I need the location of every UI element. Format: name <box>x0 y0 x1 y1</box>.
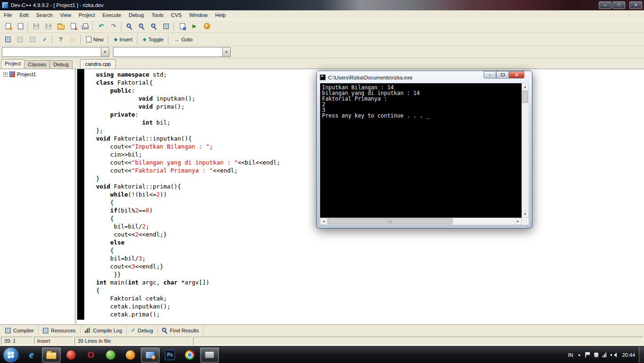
volume-icon[interactable] <box>611 353 616 357</box>
tab-debug-bottom[interactable]: ✓ Debug <box>127 325 158 336</box>
syntax-check-button[interactable]: ✓ <box>39 34 51 45</box>
new-member-variable-button[interactable] <box>26 34 39 45</box>
console-output[interactable]: Inputkan Bilangan : 14bilangan yang di i… <box>320 83 522 218</box>
horizontal-scroll-thumb[interactable] <box>328 218 452 224</box>
find-in-files-button[interactable] <box>148 21 160 32</box>
open-folder-icon <box>57 25 64 30</box>
new-member-function-button[interactable] <box>14 34 26 45</box>
opera-icon: O <box>88 350 95 360</box>
menu-file[interactable]: File <box>0 11 16 19</box>
class-browser-combobox[interactable]: ▼ <box>113 47 231 57</box>
tab-project[interactable]: Project <box>1 59 24 68</box>
taskbar-explorer-button[interactable] <box>42 347 61 363</box>
replace-button[interactable] <box>136 21 148 32</box>
compile-button[interactable] <box>176 21 188 32</box>
scroll-right-icon[interactable]: ► <box>515 218 522 225</box>
scroll-up-icon[interactable]: ▲ <box>522 83 529 90</box>
taskbar-orange-app-button[interactable] <box>121 347 140 363</box>
menu-window[interactable]: Window <box>185 11 211 19</box>
specials-insert-icon: ◆ <box>114 37 118 42</box>
specials-goto-button[interactable]: → Goto <box>170 34 196 45</box>
tab-resources[interactable]: Resources <box>39 325 80 336</box>
taskbar-ie-button[interactable]: e <box>22 347 41 363</box>
menu-cvs[interactable]: CVS <box>167 11 185 19</box>
devcpp-app-icon <box>2 2 8 8</box>
tree-expand-icon[interactable]: + <box>3 72 8 77</box>
security-shield-icon[interactable] <box>594 353 598 357</box>
print-button[interactable] <box>79 21 91 32</box>
compile-icon <box>180 23 185 29</box>
specials-toggle-button[interactable]: ◆ Toggle <box>139 34 167 45</box>
tab-compiler[interactable]: Compiler <box>1 325 39 336</box>
resize-grip[interactable] <box>527 223 531 227</box>
console-maximize-button[interactable] <box>496 71 509 79</box>
new-source-button[interactable] <box>14 21 26 32</box>
menu-edit[interactable]: Edit <box>16 11 32 19</box>
console-vertical-scrollbar[interactable]: ▲ ▼ <box>522 83 529 218</box>
scroll-left-icon[interactable]: ◄ <box>320 218 327 225</box>
photoshop-icon: Ps <box>165 350 175 360</box>
compiler-config-dropdown-icon[interactable]: ▼ <box>101 47 109 56</box>
menu-view[interactable]: View <box>56 11 75 19</box>
maximize-button[interactable]: □ <box>612 1 625 9</box>
taskbar-red-app-button[interactable] <box>62 347 80 363</box>
menu-search[interactable]: Search <box>32 11 56 19</box>
project-tree-node[interactable]: + Project1 <box>0 69 75 77</box>
new-class-button[interactable] <box>2 34 14 45</box>
console-horizontal-scrollbar[interactable]: ◄ ► <box>320 218 522 225</box>
new-project-button[interactable] <box>2 21 14 32</box>
editor-tab-candra-cpp[interactable]: candra.cpp <box>80 59 116 69</box>
console-client-area: Inputkan Bilangan : 14bilangan yang di i… <box>320 83 529 225</box>
toolbar-separator <box>28 22 29 31</box>
taskbar-photoshop-button[interactable]: Ps <box>161 347 179 363</box>
tab-classes[interactable]: Classes <box>24 60 50 69</box>
vertical-scroll-thumb[interactable] <box>522 91 528 103</box>
goto-line-button[interactable] <box>160 21 172 32</box>
tab-find-results[interactable]: Find Results <box>158 325 203 336</box>
scroll-down-icon[interactable]: ▼ <box>522 211 529 218</box>
compiler-config-combobox[interactable]: ▼ <box>2 47 109 57</box>
menu-project[interactable]: Project <box>75 11 98 19</box>
taskbar-clock[interactable]: 20:44 <box>621 352 639 358</box>
toolbar-separator <box>52 35 53 44</box>
language-indicator[interactable]: IN <box>568 352 573 358</box>
run-button[interactable]: ▶ <box>188 21 201 32</box>
tab-debug[interactable]: Debug <box>49 60 72 69</box>
console-line: Press any key to continue . . . _ <box>322 113 522 118</box>
menu-debug[interactable]: Debug <box>125 11 147 19</box>
console-minimize-button[interactable]: – <box>483 71 496 79</box>
show-desktop-button[interactable] <box>639 347 644 363</box>
menu-execute[interactable]: Execute <box>98 11 125 19</box>
network-icon[interactable] <box>603 353 606 357</box>
about-button[interactable]: ☺ <box>67 34 79 45</box>
redo-icon: ↷ <box>111 23 116 29</box>
action-center-flag-icon[interactable] <box>585 352 590 357</box>
save-all-button[interactable] <box>42 21 55 32</box>
start-button[interactable] <box>4 348 18 362</box>
find-in-files-icon <box>151 24 155 28</box>
console-close-button[interactable]: × <box>509 71 524 79</box>
find-button[interactable] <box>123 21 136 32</box>
taskbar-green-app-button[interactable] <box>101 347 120 363</box>
specials-insert-button[interactable]: ◆ Insert <box>111 34 136 45</box>
menu-tools[interactable]: Tools <box>148 11 168 19</box>
editor-tab-strip: candra.cpp <box>77 59 644 69</box>
specials-new-button[interactable]: New <box>83 34 107 45</box>
tray-chevron-icon[interactable]: ▲ <box>578 353 581 357</box>
taskbar-chrome-button[interactable] <box>180 347 199 363</box>
redo-button[interactable]: ↷ <box>107 21 120 32</box>
save-button[interactable] <box>30 21 42 32</box>
menu-help[interactable]: Help <box>211 11 230 19</box>
open-button[interactable] <box>55 21 67 32</box>
taskbar-media-player-button[interactable] <box>141 347 160 363</box>
close-file-button[interactable]: × <box>67 21 79 32</box>
taskbar-gray-app-button[interactable] <box>200 347 219 363</box>
undo-button[interactable]: ↶ <box>95 21 107 32</box>
minimize-button[interactable]: – <box>599 1 612 9</box>
help-button[interactable]: ? <box>55 34 67 45</box>
compile-and-run-button[interactable] <box>201 21 213 32</box>
tab-compile-log[interactable]: Compile Log <box>80 325 127 336</box>
taskbar-opera-button[interactable]: O <box>81 347 100 363</box>
close-button[interactable]: × <box>629 1 642 9</box>
class-browser-dropdown-icon[interactable]: ▼ <box>222 47 230 56</box>
